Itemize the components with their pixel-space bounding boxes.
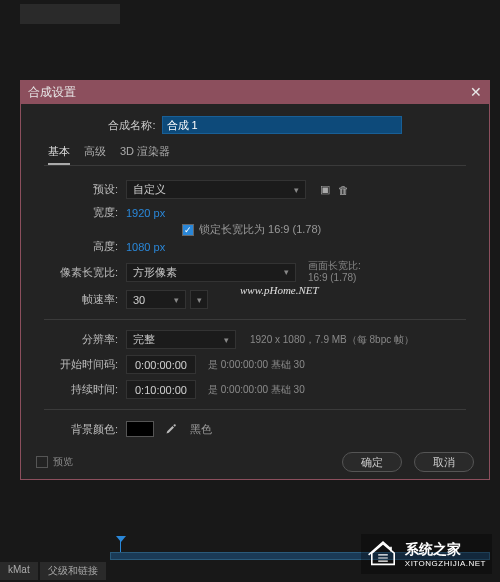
tab-basic[interactable]: 基本 [48, 144, 70, 165]
height-row: 高度: 1080 px [48, 239, 462, 254]
brand-url: XITONGZHIJIA.NET [405, 559, 486, 568]
composition-name-label: 合成名称: [108, 118, 155, 133]
width-row: 宽度: 1920 px [48, 205, 462, 220]
dialog-footer: 预览 确定 取消 [20, 452, 490, 472]
tab-advanced[interactable]: 高级 [84, 144, 106, 165]
watermark-text: www.pHome.NET [240, 284, 319, 296]
playhead-marker-icon[interactable] [116, 536, 126, 542]
bottom-tab-parent-link[interactable]: 父级和链接 [40, 562, 106, 580]
duration-value: 0:10:00:00 [135, 384, 187, 396]
resolution-label: 分辨率: [48, 332, 118, 347]
cancel-button[interactable]: 取消 [414, 452, 474, 472]
lock-aspect-checkbox[interactable]: ✓ [182, 224, 194, 236]
preset-select[interactable]: 自定义 ▾ [126, 180, 306, 199]
width-label: 宽度: [48, 205, 118, 220]
divider [44, 319, 466, 320]
duration-base-info: 是 0:00:00:00 基础 30 [208, 383, 305, 397]
brand-name: 系统之家 [405, 541, 486, 559]
start-timecode-value: 0:00:00:00 [135, 359, 187, 371]
start-timecode-row: 开始时间码: 0:00:00:00 是 0:00:00:00 基础 30 [48, 355, 462, 374]
preview-checkbox[interactable] [36, 456, 48, 468]
lock-aspect-row: ✓ 锁定长宽比为 16:9 (1.78) [48, 222, 462, 237]
divider [44, 409, 466, 410]
pixel-aspect-select[interactable]: 方形像素 ▾ [126, 263, 296, 282]
background-color-name: 黑色 [190, 422, 212, 437]
settings-tabs: 基本 高级 3D 渲染器 [20, 134, 490, 165]
chevron-down-icon: ▾ [294, 185, 299, 195]
duration-input[interactable]: 0:10:00:00 [126, 380, 196, 399]
eyedropper-icon[interactable] [162, 420, 180, 438]
chevron-down-icon: ▾ [174, 295, 179, 305]
pixel-aspect-label: 像素长宽比: [48, 265, 118, 280]
composition-name-row: 合成名称: [20, 116, 490, 134]
lock-aspect-label: 锁定长宽比为 16:9 (1.78) [199, 222, 321, 237]
background-color-row: 背景颜色: 黑色 [48, 420, 462, 438]
delete-preset-icon[interactable]: 🗑 [334, 181, 352, 199]
bottom-panel-tabs: kMat 父级和链接 [0, 562, 108, 580]
duration-label: 持续时间: [48, 382, 118, 397]
bottom-tab-kmat[interactable]: kMat [0, 562, 38, 580]
duration-row: 持续时间: 0:10:00:00 是 0:00:00:00 基础 30 [48, 380, 462, 399]
pixel-aspect-value: 方形像素 [133, 265, 177, 280]
composition-settings-dialog: 合成设置 ✕ 合成名称: 基本 高级 3D 渲染器 预设: 自定义 ▾ ▣ 🗑 … [20, 80, 490, 480]
brand-text: 系统之家 XITONGZHIJIA.NET [405, 541, 486, 568]
framerate-select[interactable]: 30 ▾ [126, 290, 186, 309]
preset-value: 自定义 [133, 182, 166, 197]
preset-row: 预设: 自定义 ▾ ▣ 🗑 [48, 180, 462, 199]
settings-body: 预设: 自定义 ▾ ▣ 🗑 宽度: 1920 px ✓ 锁定长宽比为 16:9 … [20, 166, 490, 438]
resolution-info: 1920 x 1080，7.9 MB（每 8bpc 帧） [250, 333, 414, 347]
save-preset-icon[interactable]: ▣ [316, 181, 334, 199]
ok-button[interactable]: 确定 [342, 452, 402, 472]
top-menu-stub [20, 4, 120, 24]
width-value[interactable]: 1920 px [126, 207, 165, 219]
background-color-swatch[interactable] [126, 421, 154, 437]
frame-aspect-info: 画面长宽比: 16:9 (1.78) [308, 260, 361, 284]
resolution-select[interactable]: 完整 ▾ [126, 330, 236, 349]
preset-label: 预设: [48, 182, 118, 197]
chevron-down-icon: ▾ [284, 267, 289, 277]
house-icon [367, 540, 399, 568]
preview-label: 预览 [53, 455, 73, 469]
composition-name-input[interactable] [162, 116, 402, 134]
framerate-label: 帧速率: [48, 292, 118, 307]
resolution-value: 完整 [133, 332, 155, 347]
start-base-info: 是 0:00:00:00 基础 30 [208, 358, 305, 372]
height-value[interactable]: 1080 px [126, 241, 165, 253]
framerate-aux-select[interactable]: ▾ [190, 290, 208, 309]
dialog-title: 合成设置 [28, 84, 76, 101]
dialog-titlebar: 合成设置 ✕ [20, 80, 490, 104]
chevron-down-icon: ▾ [197, 295, 202, 305]
resolution-row: 分辨率: 完整 ▾ 1920 x 1080，7.9 MB（每 8bpc 帧） [48, 330, 462, 349]
pixel-aspect-row: 像素长宽比: 方形像素 ▾ 画面长宽比: 16:9 (1.78) [48, 260, 462, 284]
tab-3d-renderer[interactable]: 3D 渲染器 [120, 144, 170, 165]
background-color-label: 背景颜色: [48, 422, 118, 437]
brand-watermark: 系统之家 XITONGZHIJIA.NET [361, 534, 492, 574]
framerate-value: 30 [133, 294, 145, 306]
height-label: 高度: [48, 239, 118, 254]
chevron-down-icon: ▾ [224, 335, 229, 345]
start-timecode-input[interactable]: 0:00:00:00 [126, 355, 196, 374]
start-timecode-label: 开始时间码: [48, 357, 118, 372]
close-icon[interactable]: ✕ [470, 84, 482, 100]
